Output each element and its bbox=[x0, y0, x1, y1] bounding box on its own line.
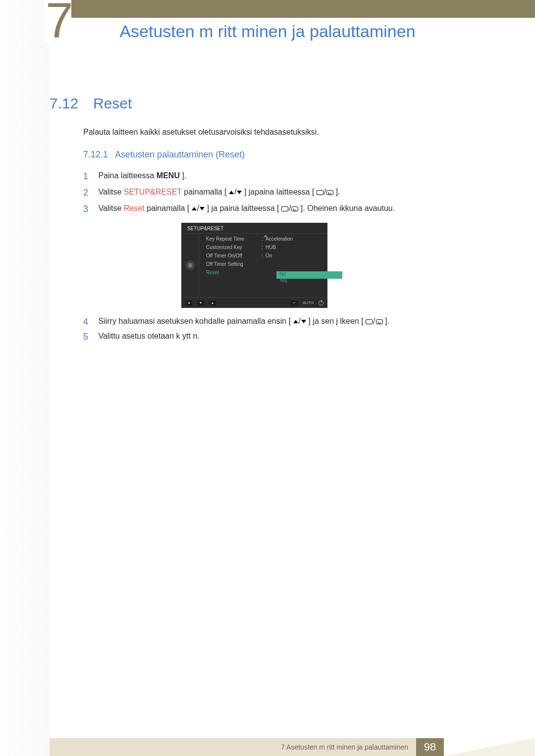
source-icon bbox=[366, 319, 373, 324]
step-body: Siirry haluamasi asetuksen kohdalle pain… bbox=[98, 317, 389, 326]
highlight-setup: SETUP&RESET bbox=[124, 188, 182, 196]
steps-1-3: 1 Paina laitteessa MENU ]. 2 Valitse SET… bbox=[83, 171, 495, 220]
step-num: 3 bbox=[83, 204, 96, 214]
top-bar bbox=[50, 0, 535, 18]
enter-icon bbox=[291, 206, 298, 211]
up-icon bbox=[192, 207, 197, 210]
osd-row: Customized Key:HUB bbox=[199, 243, 327, 252]
osd-row: Off Timer On/Off:On bbox=[199, 252, 327, 260]
osd-body: Key Repeat Time:Acceleration Customized … bbox=[181, 234, 327, 297]
osd-option-yes: Yes bbox=[279, 278, 287, 283]
subsection-num: 7.12.1 bbox=[83, 150, 108, 159]
step-body: Paina laitteessa MENU ]. bbox=[98, 171, 186, 180]
power-icon bbox=[319, 301, 323, 305]
footer-bar: 7 Asetusten m ritt minen ja palauttamine… bbox=[50, 738, 416, 756]
step-5: 5 Valittu asetus otetaan k ytt n. bbox=[83, 332, 200, 342]
highlight-reset: Reset bbox=[124, 204, 145, 212]
footer-corner bbox=[444, 738, 535, 756]
section-title: Reset bbox=[93, 95, 132, 112]
up-icon bbox=[293, 320, 298, 323]
step-3: 3 Valitse Reset painamalla [ / ] ja pain… bbox=[83, 204, 495, 214]
step-body: Valitse SETUP&RESET painamalla [ / ] jap… bbox=[98, 188, 340, 197]
source-icon bbox=[281, 206, 288, 211]
subsection-heading: 7.12.1 Asetusten palauttaminen (Reset) bbox=[83, 150, 245, 160]
osd-title: SETUP&RESET bbox=[181, 223, 327, 234]
osd-button-bar: ◄ ▼ ▲ ↵ AUTO bbox=[181, 297, 327, 308]
enter-icon bbox=[376, 319, 383, 324]
page-title: Asetusten m ritt minen ja palauttaminen bbox=[0, 22, 535, 41]
step-num: 1 bbox=[83, 171, 96, 182]
osd-row: Off Timer Setting bbox=[199, 260, 327, 268]
scroll-up-icon bbox=[264, 235, 268, 237]
menu-label: MENU bbox=[157, 171, 180, 180]
left-stripe bbox=[0, 0, 50, 756]
osd-up-icon: ▲ bbox=[209, 301, 216, 305]
down-icon bbox=[237, 191, 242, 194]
down-icon bbox=[200, 207, 205, 210]
osd-screenshot: SETUP&RESET Key Repeat Time:Acceleration… bbox=[181, 223, 327, 308]
subsection-title: Asetusten palauttaminen (Reset) bbox=[115, 150, 245, 159]
intro-text: Palauta laitteen kaikki asetukset oletus… bbox=[83, 128, 319, 137]
step-num: 2 bbox=[83, 188, 96, 198]
step-num: 4 bbox=[83, 317, 96, 327]
osd-list: Key Repeat Time:Acceleration Customized … bbox=[199, 234, 327, 297]
osd-sidebar bbox=[181, 234, 199, 297]
osd-back-icon: ◄ bbox=[185, 301, 192, 305]
enter-icon bbox=[326, 190, 333, 195]
osd-auto-label: AUTO bbox=[303, 301, 314, 305]
gear-icon bbox=[186, 261, 195, 270]
section-number: 7.12 bbox=[50, 95, 78, 112]
step-num: 5 bbox=[83, 332, 96, 342]
page-number: 98 bbox=[416, 738, 444, 756]
down-icon bbox=[301, 320, 306, 323]
osd-down-icon: ▼ bbox=[197, 301, 204, 305]
step-4: 4 Siirry haluamasi asetuksen kohdalle pa… bbox=[83, 317, 389, 327]
step-body: Valitse Reset painamalla [ / ] ja paina … bbox=[98, 204, 395, 213]
footer-text: 7 Asetusten m ritt minen ja palauttamine… bbox=[281, 743, 408, 751]
source-icon bbox=[317, 190, 323, 195]
step-body: Valittu asetus otetaan k ytt n. bbox=[98, 332, 199, 341]
step-2: 2 Valitse SETUP&RESET painamalla [ / ] j… bbox=[83, 188, 495, 198]
step-1: 1 Paina laitteessa MENU ]. bbox=[83, 171, 495, 182]
osd-enter-icon: ↵ bbox=[291, 301, 298, 305]
osd-option-no: No bbox=[279, 271, 286, 277]
up-icon bbox=[229, 191, 234, 194]
